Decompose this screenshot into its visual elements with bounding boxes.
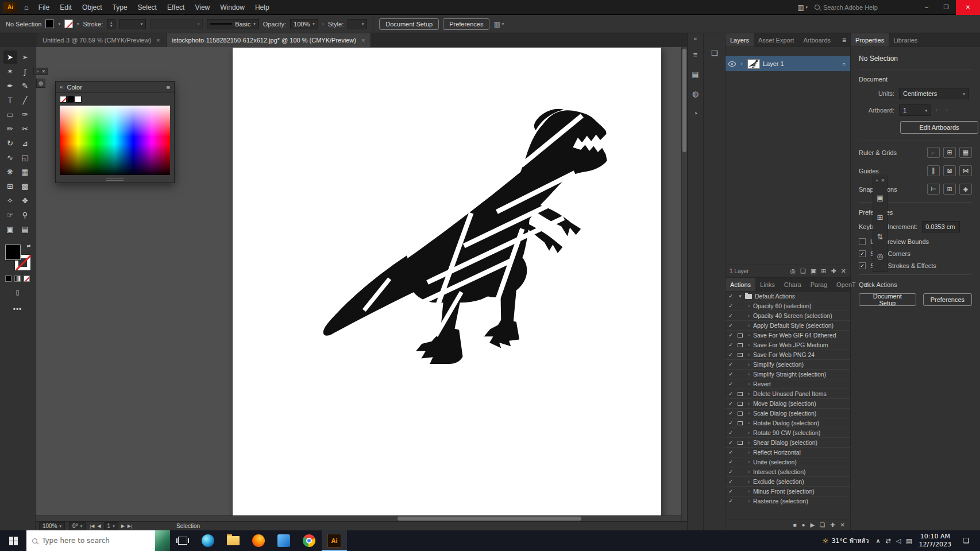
none-swatch[interactable]: [60, 96, 67, 103]
network-status-icon[interactable]: ⇄: [886, 537, 891, 545]
action-row-revert[interactable]: ✓›Revert: [726, 379, 850, 389]
grid-icon[interactable]: ⊞: [943, 147, 956, 158]
transform-panel-icon[interactable]: ⇅: [874, 231, 886, 242]
new-action-icon[interactable]: ✚: [830, 522, 835, 528]
action-row-delete-unused-panel-items[interactable]: ✓›Delete Unused Panel Items: [726, 389, 850, 399]
artboard-dropdown[interactable]: 1 ▾: [899, 104, 931, 116]
action-expand-icon[interactable]: ›: [744, 469, 753, 475]
action-expand-icon[interactable]: ›: [744, 420, 753, 426]
last-artboard-icon[interactable]: ▶|: [128, 523, 132, 529]
action-check-icon[interactable]: ✓: [726, 293, 736, 299]
add-layer-icon[interactable]: ✚: [831, 267, 836, 275]
action-expand-icon[interactable]: ›: [744, 362, 753, 367]
delete-action-icon[interactable]: ✕: [840, 522, 845, 528]
close-button[interactable]: ✕: [956, 0, 980, 15]
action-check-icon[interactable]: ✓: [726, 479, 736, 484]
action-check-icon[interactable]: ✓: [726, 488, 736, 494]
tab-layers[interactable]: Layers: [726, 33, 754, 46]
stepper-down-icon[interactable]: ▾: [110, 24, 112, 28]
action-row-simplify-straight-selection[interactable]: ✓›Simplify Straight (selection): [726, 370, 850, 379]
home-icon[interactable]: ⌂: [20, 3, 33, 11]
layer-target-icon[interactable]: ○: [842, 61, 847, 67]
tool-eyedropper[interactable]: ✧: [3, 194, 17, 207]
action-row-minus-front-selection[interactable]: ✓›Minus Front (selection): [726, 487, 850, 496]
transparency-grid-icon[interactable]: ▦: [959, 147, 972, 158]
style-combo[interactable]: ▾: [348, 19, 367, 29]
tool-gradient[interactable]: ▩: [18, 180, 32, 193]
action-row-rotate-dialog-selection[interactable]: ✓›Rotate Dialog (selection): [726, 418, 850, 428]
task-view-button[interactable]: [170, 530, 195, 551]
color-guide-panel-icon[interactable]: ◍: [690, 88, 701, 99]
action-check-icon[interactable]: ✓: [726, 352, 736, 358]
first-artboard-icon[interactable]: |◀: [90, 523, 94, 529]
tab-parag[interactable]: Parag: [806, 278, 832, 291]
pin-panel-icon[interactable]: ◎: [874, 250, 886, 262]
snap-to-grid-icon[interactable]: ⊞: [943, 184, 956, 195]
tool-pen[interactable]: ✒: [3, 79, 17, 92]
menu-type[interactable]: Type: [107, 1, 133, 14]
tool-hand[interactable]: ☞: [3, 208, 17, 222]
horizontal-scroll-thumb[interactable]: [398, 517, 581, 521]
menu-help[interactable]: Help: [250, 1, 275, 14]
action-expand-icon[interactable]: ›: [744, 410, 753, 416]
illustrator-logo-icon[interactable]: Ai: [3, 2, 17, 13]
document-setup-button[interactable]: Document Setup: [379, 18, 439, 30]
tab-links[interactable]: Links: [755, 278, 780, 291]
tab-artboards[interactable]: Artboards: [798, 33, 835, 46]
tool-blend[interactable]: ❖: [18, 194, 32, 207]
action-row-apply-default-style-selection[interactable]: ✓›Apply Default Style (selection): [726, 321, 850, 331]
action-row-reflect-horizontal[interactable]: ✓›Reflect Horizontal: [726, 448, 850, 457]
tool-lasso[interactable]: ʃ: [18, 65, 32, 78]
keyboard-increment-input[interactable]: 0.0353 cm: [922, 221, 960, 232]
illustrator-app-icon[interactable]: Ai: [322, 530, 347, 551]
stroke-color-swatch[interactable]: [64, 20, 73, 28]
delete-layer-icon[interactable]: ✕: [841, 267, 846, 275]
action-check-icon[interactable]: ✓: [726, 391, 736, 397]
action-row-shear-dialog-selection[interactable]: ✓›Shear Dialog (selection): [726, 438, 850, 448]
action-expand-icon[interactable]: ›: [744, 381, 753, 387]
checkbox-icon[interactable]: ✓: [859, 250, 866, 257]
action-check-icon[interactable]: ✓: [726, 420, 736, 426]
action-dialog-toggle[interactable]: [736, 402, 744, 406]
action-row-rasterize-selection[interactable]: ✓›Rasterize (selection): [726, 496, 850, 506]
action-expand-icon[interactable]: ›: [744, 488, 753, 494]
action-row-simplify-selection[interactable]: ✓›Simplify (selection): [726, 360, 850, 370]
menu-effect[interactable]: Effect: [162, 1, 190, 14]
document-tab-untitled[interactable]: Untitled-3 @ 70.59 % (CMYK/Preview) ×: [37, 33, 167, 47]
chrome-app-icon[interactable]: [296, 530, 322, 551]
stroke-weight-combo[interactable]: ▾: [119, 19, 146, 29]
action-row-opacity-40-screen-selection[interactable]: ✓›Opacity 40 Screen (selection): [726, 311, 850, 321]
visibility-eye-icon[interactable]: [728, 61, 736, 67]
action-check-icon[interactable]: ✓: [726, 323, 736, 328]
stroke-caret-icon[interactable]: ▾: [77, 22, 79, 26]
action-dialog-toggle[interactable]: [736, 441, 744, 445]
opacity-options-chevron[interactable]: ›: [322, 21, 324, 27]
folder-expand-icon[interactable]: ▾: [736, 293, 744, 299]
symbols-panel-icon[interactable]: ◔: [690, 107, 701, 119]
rulers-icon[interactable]: ⌐: [927, 147, 940, 158]
horizontal-scrollbar[interactable]: [36, 515, 681, 521]
action-folder-row[interactable]: ✓▾Default Actions: [726, 292, 850, 301]
action-row-intersect-selection[interactable]: ✓›Intersect (selection): [726, 467, 850, 477]
action-check-icon[interactable]: ✓: [726, 469, 736, 475]
tool-scale[interactable]: ⊿: [18, 137, 32, 150]
artboard-nav-arrows[interactable]: ‹ ›: [936, 107, 951, 113]
action-dialog-toggle[interactable]: [736, 392, 744, 396]
screen-mode-icon[interactable]: ▯: [16, 289, 19, 296]
checkbox-icon[interactable]: ✓: [859, 262, 866, 269]
fill-indicator[interactable]: [5, 245, 21, 260]
action-row-save-for-web-png-24[interactable]: ✓›Save For Web PNG 24: [726, 350, 850, 360]
tab-libraries[interactable]: Libraries: [889, 33, 922, 46]
action-expand-icon[interactable]: ›: [744, 479, 753, 484]
action-expand-icon[interactable]: ›: [744, 459, 753, 465]
gradient-mode-icon[interactable]: [14, 276, 21, 282]
action-expand-icon[interactable]: ›: [744, 352, 753, 358]
record-icon[interactable]: ●: [802, 522, 805, 528]
preferences-button[interactable]: Preferences: [443, 18, 489, 30]
edge-app-icon[interactable]: [195, 530, 221, 551]
guide-options-icon[interactable]: ⋈: [959, 165, 972, 176]
help-search-input[interactable]: Search Adobe Help: [815, 4, 906, 11]
tab-close-icon[interactable]: ×: [361, 37, 365, 44]
tool-free-transform[interactable]: ◱: [18, 151, 32, 164]
keyboard-layout-icon[interactable]: ▤: [906, 537, 912, 545]
